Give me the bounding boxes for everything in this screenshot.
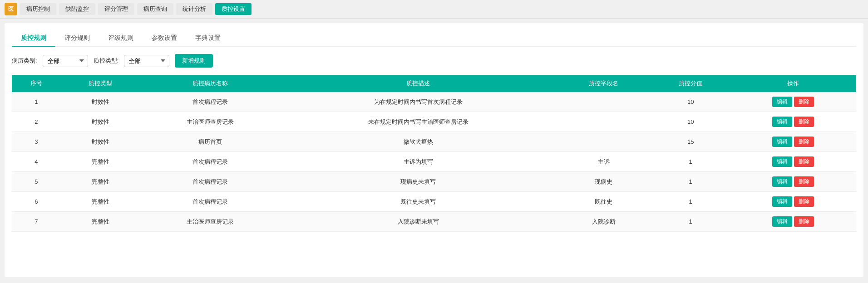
delete-button[interactable]: 删除: [794, 196, 814, 207]
edit-button[interactable]: 编辑: [772, 137, 792, 147]
cell-type: 完整性: [61, 192, 140, 212]
cell-field: [557, 132, 651, 152]
cell-type: 完整性: [61, 152, 140, 172]
cell-name: 主治医师查房记录: [140, 112, 280, 132]
main-content: 质控规则 评分规则 评级规则 参数设置 字典设置 病历类别: 全部 质控类型: …: [5, 23, 863, 277]
delete-button[interactable]: 删除: [794, 137, 814, 147]
delete-button[interactable]: 删除: [794, 176, 814, 187]
control-type-label: 质控类型:: [94, 57, 119, 65]
delete-button[interactable]: 删除: [794, 97, 814, 107]
table-row: 4完整性首次病程记录主诉为填写主诉1编辑删除: [12, 152, 856, 172]
filter-row: 病历类别: 全部 质控类型: 全部 新增规则: [12, 54, 856, 68]
table-row: 7完整性主治医师查房记录入院诊断未填写入院诊断1编辑删除: [12, 212, 856, 232]
col-header-field: 质控字段名: [557, 75, 651, 92]
cell-field: [557, 92, 651, 112]
cell-id: 1: [12, 92, 61, 112]
cell-action: 编辑删除: [730, 152, 857, 172]
cell-score: 1: [651, 172, 730, 192]
cell-desc: 入院诊断未填写: [280, 212, 557, 232]
tab-score-rules[interactable]: 评分规则: [55, 30, 99, 47]
nav-btn-1[interactable]: 缺陷监控: [59, 3, 95, 15]
cell-name: 病历首页: [140, 132, 280, 152]
col-header-id: 序号: [12, 75, 61, 92]
cell-score: 10: [651, 112, 730, 132]
table-row: 6完整性首次病程记录既往史未填写既往史1编辑删除: [12, 192, 856, 212]
table-row: 3时效性病历首页微软犬瘟热15编辑删除: [12, 132, 856, 152]
cell-id: 2: [12, 112, 61, 132]
cell-action: 编辑删除: [730, 112, 857, 132]
add-rule-button[interactable]: 新增规则: [175, 54, 213, 68]
delete-button[interactable]: 删除: [794, 156, 814, 167]
cell-desc: 现病史未填写: [280, 172, 557, 192]
col-header-desc: 质控描述: [280, 75, 557, 92]
cell-name: 首次病程记录: [140, 92, 280, 112]
tab-param-settings[interactable]: 参数设置: [143, 30, 186, 47]
cell-field: 既往史: [557, 192, 651, 212]
nav-btn-0[interactable]: 病历控制: [20, 3, 56, 15]
cell-id: 6: [12, 192, 61, 212]
edit-button[interactable]: 编辑: [772, 216, 792, 227]
cell-action: 编辑删除: [730, 92, 857, 112]
edit-button[interactable]: 编辑: [772, 176, 792, 187]
nav-btn-4[interactable]: 统计分析: [176, 3, 212, 15]
edit-button[interactable]: 编辑: [772, 196, 792, 207]
cell-name: 主治医师查房记录: [140, 212, 280, 232]
cell-desc: 为在规定时间内书写首次病程记录: [280, 92, 557, 112]
cell-score: 15: [651, 132, 730, 152]
app-icon: 医: [5, 3, 17, 15]
cell-action: 编辑删除: [730, 212, 857, 232]
cell-desc: 既往史未填写: [280, 192, 557, 212]
cell-type: 完整性: [61, 172, 140, 192]
cell-field: 现病史: [557, 172, 651, 192]
table-row: 5完整性首次病程记录现病史未填写现病史1编辑删除: [12, 172, 856, 192]
cell-type: 时效性: [61, 92, 140, 112]
col-header-name: 质控病历名称: [140, 75, 280, 92]
edit-button[interactable]: 编辑: [772, 117, 792, 127]
cell-id: 5: [12, 172, 61, 192]
delete-button[interactable]: 删除: [794, 117, 814, 127]
edit-button[interactable]: 编辑: [772, 97, 792, 107]
col-header-action: 操作: [730, 75, 857, 92]
tab-dict-settings[interactable]: 字典设置: [186, 30, 230, 47]
cell-score: 1: [651, 212, 730, 232]
cell-score: 1: [651, 192, 730, 212]
record-type-select[interactable]: 全部: [43, 55, 88, 67]
cell-field: 入院诊断: [557, 212, 651, 232]
cell-desc: 未在规定时间内书写主治医师查房记录: [280, 112, 557, 132]
tab-bar: 质控规则 评分规则 评级规则 参数设置 字典设置: [12, 30, 856, 47]
cell-action: 编辑删除: [730, 132, 857, 152]
col-header-score: 质控分值: [651, 75, 730, 92]
nav-btn-3[interactable]: 病历查询: [137, 3, 173, 15]
control-type-select[interactable]: 全部: [124, 55, 169, 67]
cell-id: 4: [12, 152, 61, 172]
cell-id: 3: [12, 132, 61, 152]
tab-grade-rules[interactable]: 评级规则: [99, 30, 143, 47]
cell-name: 首次病程记录: [140, 152, 280, 172]
tab-quality-rules[interactable]: 质控规则: [12, 30, 55, 47]
table-header-row: 序号 质控类型 质控病历名称 质控描述 质控字段名 质控分值 操作: [12, 75, 856, 92]
table-row: 1时效性首次病程记录为在规定时间内书写首次病程记录10编辑删除: [12, 92, 856, 112]
cell-desc: 微软犬瘟热: [280, 132, 557, 152]
top-nav: 医 病历控制 缺陷监控 评分管理 病历查询 统计分析 质控设置: [0, 0, 868, 19]
cell-action: 编辑删除: [730, 172, 857, 192]
cell-score: 10: [651, 92, 730, 112]
cell-id: 7: [12, 212, 61, 232]
cell-score: 1: [651, 152, 730, 172]
table-row: 2时效性主治医师查房记录未在规定时间内书写主治医师查房记录10编辑删除: [12, 112, 856, 132]
delete-button[interactable]: 删除: [794, 216, 814, 227]
cell-action: 编辑删除: [730, 192, 857, 212]
edit-button[interactable]: 编辑: [772, 156, 792, 167]
record-type-label: 病历类别:: [12, 57, 37, 65]
cell-field: 主诉: [557, 152, 651, 172]
col-header-type: 质控类型: [61, 75, 140, 92]
cell-type: 完整性: [61, 212, 140, 232]
cell-name: 首次病程记录: [140, 172, 280, 192]
nav-btn-5[interactable]: 质控设置: [215, 3, 252, 15]
cell-field: [557, 112, 651, 132]
nav-btn-2[interactable]: 评分管理: [98, 3, 134, 15]
cell-type: 时效性: [61, 112, 140, 132]
cell-desc: 主诉为填写: [280, 152, 557, 172]
rules-table: 序号 质控类型 质控病历名称 质控描述 质控字段名 质控分值 操作 1时效性首次…: [12, 75, 856, 232]
cell-name: 首次病程记录: [140, 192, 280, 212]
cell-type: 时效性: [61, 132, 140, 152]
